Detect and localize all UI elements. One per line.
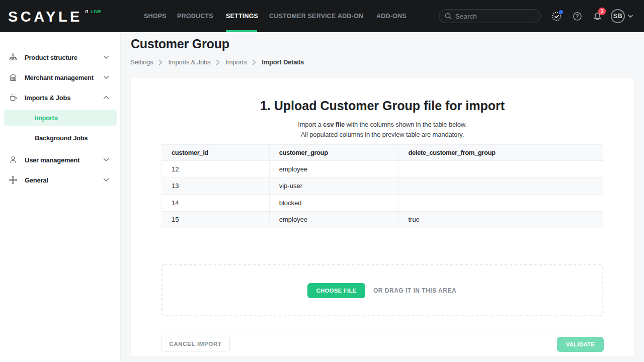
svg-text:?: ? <box>576 13 579 19</box>
